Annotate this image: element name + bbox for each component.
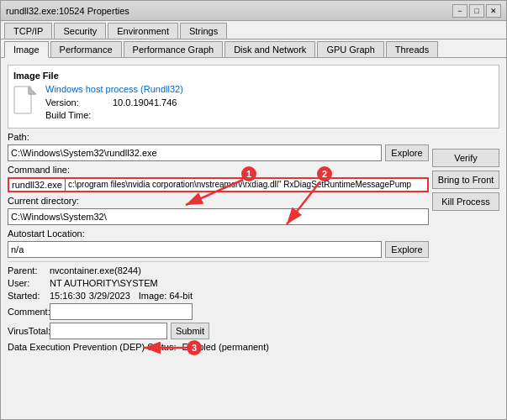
started-time: 15:16:30 (50, 291, 86, 301)
main-window: rundll32.exe:10524 Properties − □ ✕ TCP/… (0, 0, 507, 420)
current-dir-input[interactable] (8, 208, 429, 225)
user-row: User: NT AUTHORITY\SYSTEM (8, 278, 429, 288)
virustotal-input[interactable] (50, 323, 167, 339)
maximize-button[interactable]: □ (469, 4, 484, 18)
path-input[interactable] (8, 144, 382, 161)
tab-image[interactable]: Image (4, 41, 49, 58)
current-dir-input-row (8, 208, 429, 225)
title-buttons: − □ ✕ (452, 4, 501, 18)
tab-tcpip[interactable]: TCP/IP (4, 23, 52, 39)
cmdline-part2: c:\program files\nvidia corporation\nvst… (65, 179, 427, 191)
parent-value: nvcontainer.exe(8244) (50, 265, 141, 276)
cmdline-label-row: Command line: (8, 165, 429, 175)
autostart-label-row: Autostart Location: (8, 228, 429, 239)
version-label: Version: (45, 97, 113, 108)
tab-gpu-graph[interactable]: GPU Graph (317, 41, 383, 57)
path-row: Path: (8, 132, 429, 142)
tab-row-1: TCP/IP Security Environment Strings (1, 21, 506, 39)
started-bits: Image: 64-bit (139, 291, 193, 301)
build-time-label: Build Time: (45, 110, 113, 120)
autostart-explore-button[interactable]: Explore (385, 241, 429, 258)
right-buttons: Verify Bring to Front Kill Process (432, 149, 499, 352)
started-row: Started: 15:16:30 3/29/2023 Image: 64-bi… (8, 291, 429, 301)
kill-process-button[interactable]: Kill Process (432, 192, 499, 211)
dep-value: Enabled (permanent) (182, 342, 269, 352)
dep-row: Data Execution Prevention (DEP) Status: … (8, 342, 429, 352)
autostart-input-row: Explore (8, 241, 429, 258)
title-bar: rundll32.exe:10524 Properties − □ ✕ (1, 1, 506, 21)
path-explore-button[interactable]: Explore (385, 144, 429, 161)
close-button[interactable]: ✕ (486, 4, 501, 18)
version-value: 10.0.19041.746 (113, 97, 177, 108)
tab-performance-graph[interactable]: Performance Graph (124, 41, 224, 57)
tab-disk-network[interactable]: Disk and Network (224, 41, 315, 57)
comment-input[interactable] (50, 303, 193, 320)
tab-performance[interactable]: Performance (50, 41, 122, 57)
content-area: Image File Windows host process (Rundll3… (1, 58, 506, 419)
separator (8, 261, 429, 262)
parent-row: Parent: nvcontainer.exe(8244) (8, 265, 429, 276)
dep-label: Data Execution Prevention (DEP) Status: (8, 342, 177, 352)
left-content: Path: Explore Command line: rundll32.exe… (8, 132, 429, 352)
parent-label: Parent: (8, 265, 50, 276)
tab-threads[interactable]: Threads (386, 41, 438, 57)
main-content: Path: Explore Command line: rundll32.exe… (8, 132, 499, 352)
tab-row-2: Image Performance Performance Graph Disk… (1, 39, 506, 58)
file-details: Windows host process (Rundll32) Version:… (45, 84, 494, 123)
svg-marker-1 (29, 87, 36, 94)
file-icon (13, 86, 39, 116)
tab-security[interactable]: Security (54, 23, 106, 39)
started-label: Started: (8, 291, 50, 301)
virustotal-label: VirusTotal: (8, 326, 50, 336)
minimize-button[interactable]: − (452, 4, 467, 18)
started-date: 3/29/2023 (89, 291, 130, 301)
comment-label: Comment: (8, 307, 50, 317)
path-input-row: Explore (8, 144, 429, 161)
file-display-name: Windows host process (Rundll32) (45, 84, 494, 94)
virustotal-row: VirusTotal: Submit (8, 323, 429, 339)
tab-strings[interactable]: Strings (180, 23, 227, 39)
tab-environment[interactable]: Environment (108, 23, 178, 39)
user-value: NT AUTHORITY\SYSTEM (50, 278, 158, 288)
autostart-input[interactable] (8, 241, 382, 258)
autostart-label: Autostart Location: (8, 228, 100, 239)
window-title: rundll32.exe:10524 Properties (6, 6, 129, 16)
cmdline-part1: rundll32.exe (9, 179, 65, 191)
cmdline-label: Command line: (8, 165, 100, 175)
image-file-section: Image File Windows host process (Rundll3… (8, 65, 499, 129)
submit-button[interactable]: Submit (171, 323, 209, 339)
comment-row: Comment: (8, 303, 429, 320)
user-label: User: (8, 278, 50, 288)
cmdline-container: rundll32.exe c:\program files\nvidia cor… (8, 177, 429, 192)
current-dir-label-row: Current directory: (8, 196, 429, 206)
path-label: Path: (8, 132, 100, 142)
bring-to-front-button[interactable]: Bring to Front (432, 171, 499, 189)
verify-button[interactable]: Verify (432, 149, 499, 167)
image-file-label: Image File (13, 71, 494, 81)
cmdline-input-row: rundll32.exe c:\program files\nvidia cor… (8, 177, 429, 192)
current-dir-label: Current directory: (8, 196, 100, 206)
